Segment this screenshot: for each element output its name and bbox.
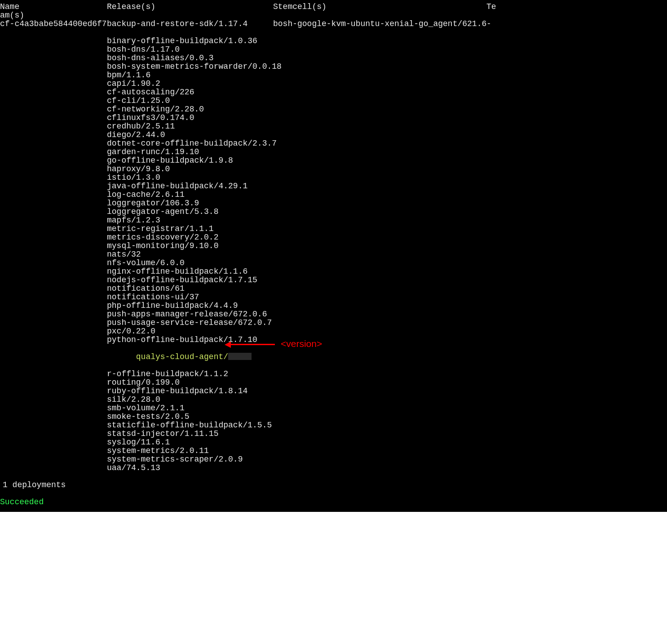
release-row: metric-registrar/1.1.1 xyxy=(0,225,667,233)
release-value: loggregator/106.3.9 xyxy=(107,199,273,208)
release-row: syslog/11.6.1 xyxy=(0,438,667,447)
release-row: capi/1.90.2 xyxy=(0,80,667,88)
release-row: notifications/61 xyxy=(0,284,667,293)
release-row: istio/1.3.0 xyxy=(0,173,667,182)
release-value: garden-runc/1.19.10 xyxy=(107,148,273,156)
release-value: python-offline-buildpack/1.7.10 xyxy=(107,336,273,344)
release-value: bpm/1.1.6 xyxy=(107,71,273,80)
release-row: routing/0.199.0 xyxy=(0,378,667,387)
release-value: nginx-offline-buildpack/1.1.6 xyxy=(107,267,273,276)
release-row: ruby-offline-buildpack/1.8.14 xyxy=(0,387,667,395)
release-value: binary-offline-buildpack/1.0.36 xyxy=(107,37,273,45)
release-value: loggregator-agent/5.3.8 xyxy=(107,208,273,216)
terminal-screen: Name Release(s) Stemcell(s) Te am(s) cf-… xyxy=(0,0,667,512)
release-row: bosh-system-metrics-forwarder/0.0.18 xyxy=(0,62,667,71)
release-value: system-metrics-scraper/2.0.9 xyxy=(107,455,273,464)
release-value: system-metrics/2.0.11 xyxy=(107,447,273,455)
col-header-release: Release(s) xyxy=(107,3,273,11)
release-row: bpm/1.1.6 xyxy=(0,71,667,80)
release-value: metric-registrar/1.1.1 xyxy=(107,225,273,233)
release-value: java-offline-buildpack/4.29.1 xyxy=(107,182,273,191)
release-row: statsd-injector/1.11.15 xyxy=(0,430,667,438)
release-row: push-usage-service-release/672.0.7 xyxy=(0,319,667,327)
release-value: bosh-dns/1.17.0 xyxy=(107,45,273,54)
release-value: routing/0.199.0 xyxy=(107,378,273,387)
header-row: Name Release(s) Stemcell(s) Te xyxy=(0,3,667,11)
release-value: r-offline-buildpack/1.1.2 xyxy=(107,370,273,378)
col-header-te: Te xyxy=(486,3,504,11)
deployment-name: cf-c4a3babe584400ed6f77 xyxy=(0,20,107,28)
release-row: dotnet-core-offline-buildpack/2.3.7 xyxy=(0,139,667,148)
release-row: nats/32 xyxy=(0,250,667,259)
release-row: loggregator/106.3.9 xyxy=(0,199,667,208)
release-row: cf-networking/2.28.0 xyxy=(0,105,667,114)
release-value: notifications/61 xyxy=(107,284,273,293)
release-value: haproxy/9.8.0 xyxy=(107,165,273,173)
release-row: cf-autoscaling/226 xyxy=(0,88,667,97)
release-value: push-apps-manager-release/672.0.6 xyxy=(107,310,273,319)
release-value: nfs-volume/6.0.0 xyxy=(107,259,273,267)
release-value: credhub/2.5.11 xyxy=(107,122,273,131)
release-value: cf-networking/2.28.0 xyxy=(107,105,273,114)
release-row: log-cache/2.6.11 xyxy=(0,191,667,199)
release-row: r-offline-buildpack/1.1.2 xyxy=(0,370,667,378)
release-row: mapfs/1.2.3 xyxy=(0,216,667,225)
deployments-count-row: 1 deployments xyxy=(0,481,667,489)
release-value: smb-volume/2.1.1 xyxy=(107,404,273,413)
release-value: push-usage-service-release/672.0.7 xyxy=(107,319,273,327)
status-succeeded: Succeeded xyxy=(0,498,44,506)
release-row: go-offline-buildpack/1.9.8 xyxy=(0,156,667,165)
release-value: go-offline-buildpack/1.9.8 xyxy=(107,156,273,165)
release-value: ruby-offline-buildpack/1.8.14 xyxy=(107,387,273,395)
release-row: cf-cli/1.25.0 xyxy=(0,97,667,105)
release-value: log-cache/2.6.11 xyxy=(107,191,273,199)
release-value: capi/1.90.2 xyxy=(107,80,273,88)
release-row: silk/2.28.0 xyxy=(0,395,667,404)
release-row: pxc/0.22.0 xyxy=(0,327,667,336)
release-value: bosh-system-metrics-forwarder/0.0.18 xyxy=(107,62,273,71)
release-value: staticfile-offline-buildpack/1.5.5 xyxy=(107,421,273,430)
release-value: nats/32 xyxy=(107,250,273,259)
release-value: cflinuxfs3/0.174.0 xyxy=(107,114,273,122)
header-row-2: am(s) xyxy=(0,11,667,20)
release-row: mysql-monitoring/9.10.0 xyxy=(0,242,667,250)
release-value: diego/2.44.0 xyxy=(107,131,273,139)
release-value: statsd-injector/1.11.15 xyxy=(107,430,273,438)
release-row: bosh-dns-aliases/0.0.3 xyxy=(0,54,667,62)
release-value: dotnet-core-offline-buildpack/2.3.7 xyxy=(107,139,273,148)
release-row: garden-runc/1.19.10 xyxy=(0,148,667,156)
release-row: loggregator-agent/5.3.8 xyxy=(0,208,667,216)
release-value: pxc/0.22.0 xyxy=(107,327,273,336)
release-value: mysql-monitoring/9.10.0 xyxy=(107,242,273,250)
release-row: haproxy/9.8.0 xyxy=(0,165,667,173)
release-row: java-offline-buildpack/4.29.1 xyxy=(0,182,667,191)
release-row: smb-volume/2.1.1 xyxy=(0,404,667,413)
release-row-highlight: qualys-cloud-agent/ xyxy=(0,344,667,370)
release-row: uaa/74.5.13 xyxy=(0,464,667,472)
release-row: diego/2.44.0 xyxy=(0,131,667,139)
release-row: bosh-dns/1.17.0 xyxy=(0,45,667,54)
release-row: system-metrics/2.0.11 xyxy=(0,447,667,455)
release-row: notifications-ui/37 xyxy=(0,293,667,302)
release-value: cf-autoscaling/226 xyxy=(107,88,273,97)
deployment-row: cf-c4a3babe584400ed6f77 backup-and-resto… xyxy=(0,20,667,28)
redacted-version xyxy=(228,353,252,360)
release-value: metrics-discovery/2.0.2 xyxy=(107,233,273,242)
release-highlight-text: qualys-cloud-agent/ xyxy=(136,352,228,361)
release-row: nfs-volume/6.0.0 xyxy=(0,259,667,267)
release-first: backup-and-restore-sdk/1.17.4 xyxy=(107,20,273,28)
release-value: uaa/74.5.13 xyxy=(107,464,273,472)
release-value: istio/1.3.0 xyxy=(107,173,273,182)
release-row: metrics-discovery/2.0.2 xyxy=(0,233,667,242)
release-row: binary-offline-buildpack/1.0.36 xyxy=(0,37,667,45)
deployments-count: 1 deployments xyxy=(0,481,66,489)
stemcell-value: bosh-google-kvm-ubuntu-xenial-go_agent/6… xyxy=(273,20,486,28)
release-value: syslog/11.6.1 xyxy=(107,438,273,447)
release-row: staticfile-offline-buildpack/1.5.5 xyxy=(0,421,667,430)
release-row: push-apps-manager-release/672.0.6 xyxy=(0,310,667,319)
col-header-name-wrap: am(s) xyxy=(0,11,107,20)
release-row: php-offline-buildpack/4.4.9 xyxy=(0,302,667,310)
release-row: nodejs-offline-buildpack/1.7.15 xyxy=(0,276,667,284)
release-value: silk/2.28.0 xyxy=(107,395,273,404)
release-row: python-offline-buildpack/1.7.10 xyxy=(0,336,667,344)
